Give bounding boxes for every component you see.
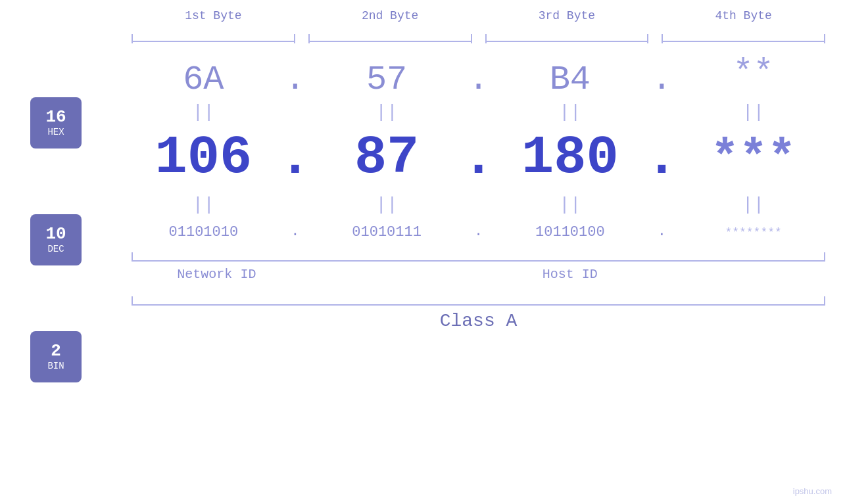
dot-hex-3-symbol: . <box>652 47 672 99</box>
bracket-2 <box>308 34 472 47</box>
eq2-3: || <box>492 192 649 218</box>
network-bracket <box>125 248 308 262</box>
bin-col-3: 10110100 <box>492 218 649 246</box>
dot-hex-2-symbol: . <box>468 47 489 99</box>
hex-badge-number: 16 <box>45 108 66 126</box>
top-bracket-row <box>125 34 832 47</box>
bottom-brackets <box>125 248 832 262</box>
dec-val-3: 180 <box>521 125 619 192</box>
hex-row: 6A . 57 . B4 . ** <box>125 47 832 99</box>
hex-col-3: B4 <box>492 48 649 99</box>
dec-col-3: 180 <box>492 125 649 192</box>
equals-row-1: || || || || <box>125 99 832 125</box>
dec-val-2: 87 <box>354 125 419 192</box>
dot-hex-1-symbol: . <box>285 47 305 99</box>
hex-col-1: 6A <box>125 48 282 99</box>
bracket-3 <box>485 34 649 47</box>
bin-col-4: ******** <box>675 219 832 244</box>
hex-col-4: ** <box>675 54 832 93</box>
eq2-2: || <box>308 192 466 218</box>
class-bracket <box>132 292 825 306</box>
dec-val-1: 106 <box>155 125 253 192</box>
dot-dec-2: . <box>466 128 492 189</box>
dec-val-4: *** <box>711 131 796 185</box>
host-id-label: Host ID <box>308 267 832 282</box>
dot-dec-1: . <box>282 128 308 189</box>
bin-badge: 2 BIN <box>30 331 82 382</box>
byte-header-4: 4th Byte <box>655 0 832 29</box>
eq-3: || <box>492 99 649 125</box>
bin-val-4: ******** <box>725 219 781 244</box>
hex-val-3: B4 <box>550 48 591 99</box>
dec-col-1: 106 <box>125 125 282 192</box>
main-container: 16 HEX 10 DEC 2 BIN 1st Byte 2nd Byte 3r… <box>0 0 845 504</box>
dec-col-4: *** <box>675 131 832 185</box>
bin-val-2: 01010111 <box>352 218 422 246</box>
byte-header-3: 3rd Byte <box>479 0 656 29</box>
hex-col-2: 57 <box>308 48 466 99</box>
bin-val-1: 01101010 <box>169 218 239 246</box>
dec-badge-number: 10 <box>45 225 66 242</box>
dot-bin-3-symbol: . <box>658 223 666 240</box>
dot-bin-3: . <box>648 223 675 240</box>
eq-1: || <box>125 99 282 125</box>
class-label: Class A <box>440 311 518 331</box>
bin-badge-label: BIN <box>47 361 64 371</box>
hex-val-1: 6A <box>183 48 224 99</box>
dot-bin-2-symbol: . <box>474 223 483 240</box>
bin-row: 01101010 . 01010111 . 10110100 . *******… <box>125 218 832 246</box>
eq-4: || <box>675 99 832 125</box>
bin-val-3: 10110100 <box>535 218 605 246</box>
dot-dec-3-symbol: . <box>646 128 678 189</box>
equals-row-2: || || || || <box>125 192 832 218</box>
dot-bin-1: . <box>282 223 308 240</box>
eq2-1: || <box>125 192 282 218</box>
bracket-4 <box>662 34 825 47</box>
bin-badge-number: 2 <box>51 342 61 359</box>
id-labels-row: Network ID Host ID <box>125 267 832 282</box>
watermark: ipshu.com <box>793 486 832 496</box>
content-area: 1st Byte 2nd Byte 3rd Byte 4th Byte 6A .… <box>125 0 832 331</box>
dot-dec-2-symbol: . <box>462 128 495 189</box>
byte-header-1: 1st Byte <box>125 0 302 29</box>
dot-bin-2: . <box>466 223 492 240</box>
eq2-4: || <box>675 192 832 218</box>
class-bracket-row <box>125 292 832 306</box>
class-label-row: Class A <box>125 311 832 331</box>
dot-hex-2: . <box>466 47 492 99</box>
hex-val-4: ** <box>733 54 773 93</box>
dot-bin-1-symbol: . <box>291 223 299 240</box>
network-id-label: Network ID <box>125 267 308 282</box>
bracket-1 <box>132 34 295 47</box>
byte-header-2: 2nd Byte <box>302 0 479 29</box>
hex-badge-label: HEX <box>47 127 64 137</box>
badge-column: 16 HEX 10 DEC 2 BIN <box>30 97 82 382</box>
dot-hex-1: . <box>282 47 308 99</box>
eq-2: || <box>308 99 466 125</box>
dec-badge: 10 DEC <box>30 214 82 265</box>
dot-dec-3: . <box>648 128 675 189</box>
byte-headers-row: 1st Byte 2nd Byte 3rd Byte 4th Byte <box>125 0 832 29</box>
dec-col-2: 87 <box>308 125 466 192</box>
bin-col-2: 01010111 <box>308 218 466 246</box>
dec-badge-label: DEC <box>47 244 64 254</box>
dec-row: 106 . 87 . 180 . *** <box>125 125 832 192</box>
dot-dec-1-symbol: . <box>279 128 311 189</box>
hex-badge: 16 HEX <box>30 97 82 149</box>
dot-hex-3: . <box>648 47 675 99</box>
host-bracket <box>308 248 832 262</box>
bin-col-1: 01101010 <box>125 218 282 246</box>
hex-val-2: 57 <box>366 48 407 99</box>
